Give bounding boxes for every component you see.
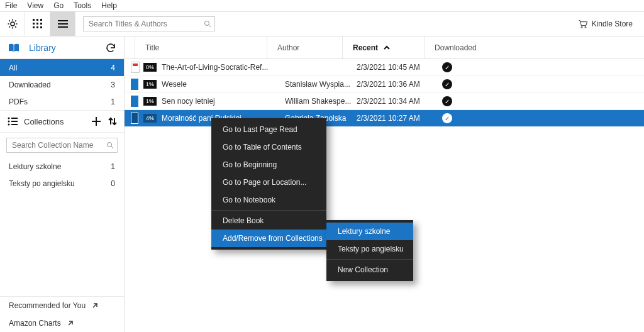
- header-title[interactable]: Title: [135, 36, 267, 58]
- book-title: Sen nocy letniej: [162, 97, 281, 106]
- book-thumb-icon: [131, 79, 138, 90]
- svg-rect-31: [11, 124, 18, 125]
- collection-search-input[interactable]: [6, 138, 118, 153]
- sidebar-bottom: Recommended for You Amazon Charts: [0, 296, 124, 332]
- filter-all[interactable]: All 4: [0, 59, 124, 76]
- svg-line-5: [9, 20, 10, 21]
- header-recent-label: Recent: [353, 43, 378, 52]
- collection-item-count: 0: [111, 179, 115, 188]
- search-input[interactable]: [83, 16, 215, 31]
- collection-item-teksty[interactable]: Teksty po angielsku 0: [0, 175, 124, 192]
- book-icon: [8, 43, 20, 53]
- submenu-lektury[interactable]: Lektury szkolne: [326, 223, 413, 240]
- grid-icon: [33, 19, 43, 29]
- svg-line-6: [15, 26, 16, 28]
- header-downloaded[interactable]: Downloaded: [424, 36, 644, 58]
- external-link-icon: [92, 302, 98, 309]
- svg-line-38: [93, 304, 97, 307]
- ctx-go-last-page[interactable]: Go to Last Page Read: [211, 121, 326, 138]
- collection-item-label: Lektury szkolne: [9, 162, 61, 171]
- recommended-label: Recommended for You: [9, 301, 86, 310]
- ctx-add-remove-label: Add/Remove from Collections: [223, 234, 323, 243]
- content-area: Title Author Recent Downloaded 0% The-Ar…: [125, 36, 644, 332]
- downloaded-cell: ✓: [438, 96, 452, 106]
- filter-pdfs-label: PDFs: [9, 97, 28, 106]
- book-recent: 2/3/2021 10:34 AM: [357, 97, 438, 106]
- menu-tools[interactable]: Tools: [74, 1, 91, 10]
- menu-help[interactable]: Help: [101, 1, 117, 10]
- submenu-teksty[interactable]: Teksty po angielsku: [326, 240, 413, 258]
- ctx-go-page-location[interactable]: Go to Page or Location...: [211, 174, 326, 191]
- svg-rect-10: [36, 19, 38, 21]
- check-icon: ✓: [442, 113, 452, 123]
- collections-submenu: Lektury szkolne Teksty po angielsku New …: [326, 220, 413, 281]
- filter-all-count: 4: [111, 64, 115, 72]
- amazon-charts-link[interactable]: Amazon Charts: [0, 314, 124, 332]
- menu-go[interactable]: Go: [53, 1, 64, 10]
- pdf-thumb-icon: [131, 62, 140, 73]
- book-thumb-icon: [131, 113, 138, 124]
- downloaded-cell: ✓: [438, 79, 452, 89]
- header-author[interactable]: Author: [267, 36, 342, 58]
- progress-badge: 4%: [143, 114, 157, 123]
- collections-header: Collections: [0, 110, 124, 133]
- filter-downloaded[interactable]: Downloaded 3: [0, 76, 124, 93]
- svg-line-39: [69, 321, 72, 325]
- ctx-go-toc[interactable]: Go to Table of Contents: [211, 138, 326, 156]
- menu-view[interactable]: View: [27, 1, 43, 10]
- library-header[interactable]: Library: [0, 36, 124, 59]
- ctx-go-beginning[interactable]: Go to Beginning: [211, 156, 326, 174]
- svg-rect-15: [33, 26, 35, 28]
- svg-rect-29: [11, 121, 18, 122]
- header-icon-col: [125, 36, 135, 58]
- book-row[interactable]: 1% Wesele Stanisław Wyspia... 2/3/2021 1…: [125, 76, 644, 93]
- chevron-up-icon: [383, 44, 391, 52]
- collection-item-lektury[interactable]: Lektury szkolne 1: [0, 158, 124, 175]
- library-label: Library: [29, 43, 56, 53]
- ctx-divider: [326, 259, 413, 260]
- ctx-add-remove-collections[interactable]: Add/Remove from Collections: [211, 230, 326, 247]
- svg-rect-12: [33, 23, 35, 25]
- submenu-new-collection[interactable]: New Collection: [326, 261, 413, 279]
- ctx-delete-book[interactable]: Delete Book: [211, 212, 326, 230]
- book-author: Stanisław Wyspia...: [281, 80, 357, 89]
- collection-search-wrapper: [6, 138, 118, 153]
- sidebar: Library All 4 Downloaded 3 PDFs 1 Collec…: [0, 36, 125, 332]
- external-link-icon: [67, 320, 74, 326]
- menu-file[interactable]: File: [5, 1, 17, 10]
- sync-button[interactable]: [105, 42, 116, 53]
- header-recent[interactable]: Recent: [342, 36, 424, 58]
- search-wrapper: [83, 16, 215, 31]
- sync-icon: [105, 42, 116, 53]
- svg-rect-14: [40, 23, 42, 25]
- brightness-button[interactable]: [0, 11, 25, 36]
- check-icon: ✓: [442, 96, 452, 106]
- collection-item-count: 1: [111, 162, 115, 171]
- book-row[interactable]: 1% Sen nocy letniej William Shakespe... …: [125, 93, 644, 110]
- grid-view-button[interactable]: [25, 11, 50, 36]
- sort-collections-button[interactable]: [108, 116, 118, 126]
- progress-badge: 0%: [143, 63, 157, 72]
- svg-line-8: [9, 26, 10, 28]
- filter-pdfs[interactable]: PDFs 1: [0, 93, 124, 110]
- plus-icon: [91, 116, 101, 126]
- book-row[interactable]: 0% The-Art-of-Living-Socratic-Ref... 2/3…: [125, 59, 644, 76]
- book-recent: 2/3/2021 10:27 AM: [357, 114, 438, 123]
- svg-rect-11: [40, 19, 42, 21]
- list-view-button[interactable]: [50, 11, 75, 36]
- svg-rect-17: [40, 26, 42, 28]
- kindle-store-label: Kindle Store: [592, 19, 633, 28]
- add-collection-button[interactable]: [91, 116, 101, 126]
- book-row[interactable]: 4% Moralność pani Dulskiej Gabriela Zapo…: [125, 110, 644, 127]
- context-menu: Go to Last Page Read Go to Table of Cont…: [211, 118, 326, 250]
- recommended-link[interactable]: Recommended for You: [0, 297, 124, 314]
- svg-rect-9: [33, 19, 35, 21]
- svg-point-26: [8, 118, 10, 119]
- table-header: Title Author Recent Downloaded: [125, 36, 644, 59]
- svg-point-23: [581, 26, 582, 28]
- ctx-go-notebook[interactable]: Go to Notebook: [211, 191, 326, 209]
- book-thumb-icon: [131, 96, 138, 107]
- filter-downloaded-label: Downloaded: [9, 80, 51, 89]
- collection-item-label: Teksty po angielsku: [9, 179, 75, 188]
- kindle-store-link[interactable]: Kindle Store: [578, 19, 633, 28]
